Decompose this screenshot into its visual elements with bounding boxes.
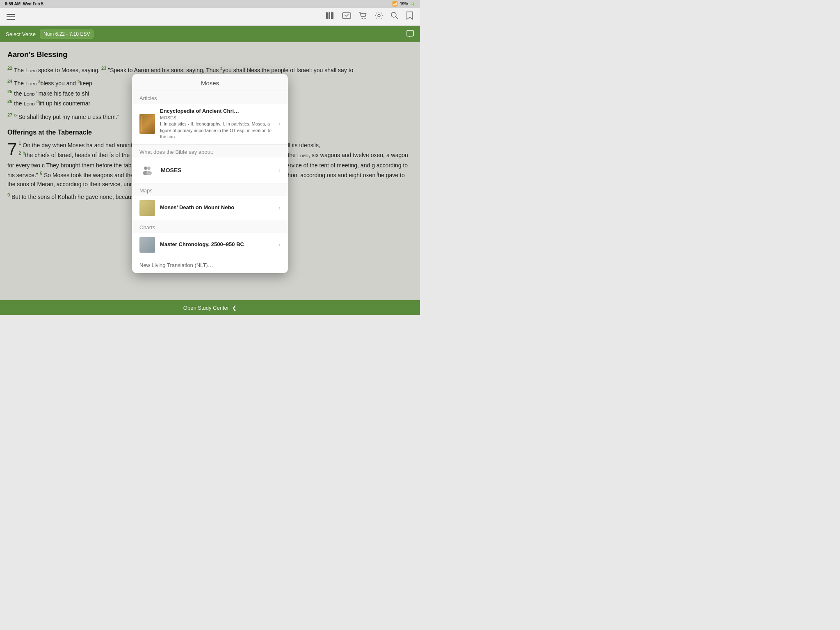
- search-icon[interactable]: [390, 11, 399, 22]
- select-verse-label[interactable]: Select Verse: [6, 31, 36, 37]
- svg-rect-1: [329, 12, 330, 19]
- map-title: Moses’ Death on Mount Nebo: [160, 204, 274, 210]
- hamburger-line: [7, 16, 15, 17]
- svg-rect-2: [331, 12, 333, 19]
- library-icon[interactable]: [326, 11, 335, 22]
- svg-point-7: [391, 12, 396, 17]
- bible-says-label: What does the Bible say about:: [132, 145, 288, 158]
- encyclopedia-title: Encyclopedia of Ancient Chri…: [160, 108, 274, 114]
- encyclopedia-text: Encyclopedia of Ancient Chri… MOSES I. I…: [160, 108, 274, 140]
- svg-point-4: [362, 18, 363, 19]
- toolbar: [0, 8, 420, 26]
- map-chevron: ›: [278, 204, 281, 212]
- svg-point-12: [146, 171, 152, 175]
- svg-point-9: [144, 167, 147, 170]
- toolbar-right: [326, 11, 413, 22]
- nlt-label: New Living Translation (NLT)…: [139, 262, 281, 268]
- encyclopedia-item[interactable]: Encyclopedia of Ancient Chri… MOSES I. I…: [132, 104, 288, 145]
- status-right: 📶 19% 🔋: [392, 1, 415, 7]
- charts-section-label: Charts: [132, 220, 288, 233]
- svg-point-6: [378, 14, 380, 17]
- notes-icon[interactable]: [342, 11, 351, 22]
- maps-section-label: Maps: [132, 183, 288, 196]
- encyclopedia-sub1: MOSES: [160, 115, 274, 121]
- cart-icon[interactable]: [358, 11, 368, 22]
- battery-level: 19%: [400, 2, 408, 6]
- svg-rect-0: [326, 12, 328, 19]
- encyclopedia-chevron: ›: [278, 120, 281, 128]
- chart-title: Master Chronology, 2500–950 BC: [160, 241, 274, 247]
- moses-bible-item[interactable]: MOSES ›: [132, 158, 288, 183]
- chart-item[interactable]: Master Chronology, 2500–950 BC ›: [132, 233, 288, 257]
- bookmark-icon[interactable]: [406, 11, 413, 22]
- people-icon: [139, 162, 155, 178]
- nlt-item[interactable]: New Living Translation (NLT)…: [132, 257, 288, 273]
- status-left: 8:59 AM Wed Feb 5: [5, 2, 43, 6]
- menu-button[interactable]: [7, 14, 15, 20]
- chart-chevron: ›: [278, 241, 281, 249]
- map-thumb: [139, 200, 155, 216]
- verse-bar-action[interactable]: [406, 30, 414, 39]
- articles-section-label: Articles: [132, 91, 288, 104]
- chart-thumb: [139, 237, 155, 253]
- toolbar-left: [7, 14, 15, 20]
- svg-point-10: [147, 167, 151, 170]
- status-bar: 8:59 AM Wed Feb 5 📶 19% 🔋: [0, 0, 420, 8]
- battery-icon: 🔋: [410, 2, 415, 6]
- status-time: 8:59 AM: [5, 2, 21, 6]
- wifi-icon: 📶: [392, 1, 398, 7]
- encyclopedia-thumb: [139, 114, 155, 134]
- open-study-center-bar[interactable]: Open Study Center ❮: [0, 300, 420, 315]
- popup-title: Moses: [132, 74, 288, 91]
- hamburger-line: [7, 19, 15, 20]
- map-item[interactable]: Moses’ Death on Mount Nebo ›: [132, 196, 288, 220]
- open-study-center-label: Open Study Center: [183, 305, 229, 311]
- open-study-center-chevron: ❮: [232, 305, 237, 311]
- moses-popup: Moses Articles Encyclopedia of Ancient C…: [132, 74, 288, 273]
- moses-bible-label: MOSES: [161, 167, 273, 173]
- encyclopedia-sub2: I. In patristics - II. Iconography. I. I…: [160, 121, 274, 140]
- verse-bar: Select Verse Num 6:22 - 7:10 ESV: [0, 26, 420, 42]
- verse-reference-badge[interactable]: Num 6:22 - 7:10 ESV: [40, 30, 94, 39]
- settings-icon[interactable]: [375, 11, 383, 22]
- map-text: Moses’ Death on Mount Nebo: [160, 204, 274, 211]
- svg-point-5: [365, 18, 366, 19]
- status-date: Wed Feb 5: [23, 2, 43, 6]
- hamburger-line: [7, 14, 15, 15]
- svg-line-8: [396, 17, 398, 19]
- moses-chevron: ›: [278, 167, 281, 174]
- chart-text: Master Chronology, 2500–950 BC: [160, 241, 274, 248]
